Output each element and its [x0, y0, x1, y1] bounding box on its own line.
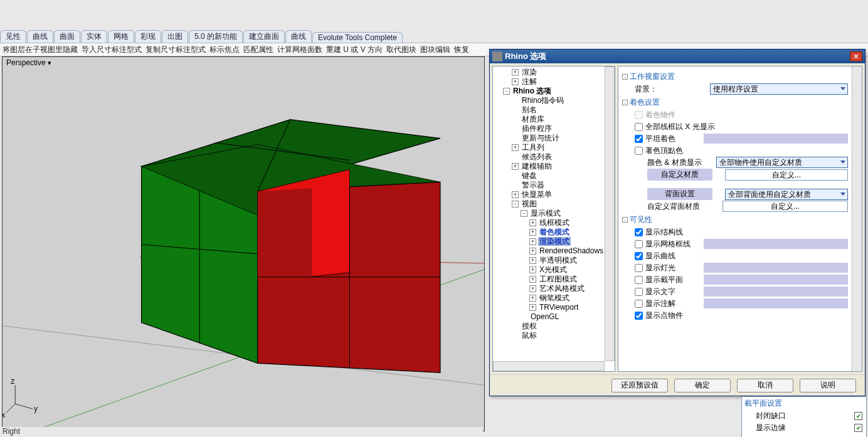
- toolbar-item[interactable]: 图块编辑: [420, 45, 450, 55]
- menu-tab[interactable]: 实体: [81, 30, 107, 43]
- toolbar-item[interactable]: 匹配属性: [243, 45, 273, 55]
- tree-item[interactable]: 显示模式: [529, 209, 562, 218]
- color-material-select[interactable]: 全部物件使用自定义材质: [716, 157, 848, 168]
- visibility-checkbox[interactable]: [635, 300, 643, 308]
- tree-hscroll[interactable]: [493, 361, 605, 371]
- vertex-color-checkbox[interactable]: [635, 147, 643, 155]
- xray-checkbox[interactable]: [635, 123, 643, 131]
- toolbar-item[interactable]: 计算网格面数: [277, 45, 322, 55]
- menu-tab[interactable]: 建立曲面: [243, 30, 285, 43]
- dialog-titlebar[interactable]: Rhino 选项 ✕: [490, 50, 865, 63]
- tree-item[interactable]: 着色模式: [538, 228, 571, 236]
- tree-twisty[interactable]: +: [529, 248, 536, 255]
- dialog-button[interactable]: 还原预设值: [611, 379, 668, 392]
- viewport-perspective[interactable]: Perspective ▾ z y x: [2, 56, 485, 431]
- close-icon[interactable]: ✕: [850, 51, 862, 61]
- toolbar-item[interactable]: 重建 U 或 V 方向: [326, 45, 383, 55]
- tree-item[interactable]: 建模辅助: [521, 162, 553, 171]
- tree-item[interactable]: 艺术风格模式: [538, 284, 586, 293]
- tree-twisty[interactable]: +: [529, 285, 536, 292]
- tree-vscroll[interactable]: [605, 66, 615, 361]
- toolbar-item[interactable]: 取代图块: [386, 45, 416, 55]
- toolbar-item[interactable]: 恢复: [454, 45, 469, 55]
- tree-item[interactable]: 视图: [521, 199, 538, 208]
- tree-item[interactable]: 渲染: [521, 68, 538, 76]
- tree-item[interactable]: 半透明模式: [538, 256, 578, 265]
- visibility-checkbox[interactable]: [635, 252, 643, 260]
- tree-twisty[interactable]: +: [512, 144, 519, 151]
- tree-item[interactable]: 线框模式: [538, 218, 571, 227]
- visibility-checkbox[interactable]: [635, 228, 643, 236]
- extra-checkbox[interactable]: ✔: [854, 412, 862, 420]
- tree-twisty[interactable]: -: [521, 210, 527, 217]
- dialog-button[interactable]: 说明: [800, 379, 856, 392]
- tree-twisty[interactable]: +: [529, 304, 536, 311]
- tree-item[interactable]: X光模式: [538, 265, 568, 274]
- tree-item[interactable]: RenderedShadows: [538, 246, 605, 255]
- tree-twisty[interactable]: +: [512, 163, 519, 170]
- tree-item[interactable]: 工具列: [521, 143, 546, 152]
- tree-twisty[interactable]: +: [529, 295, 536, 302]
- tree-item[interactable]: TRViewport: [538, 303, 580, 312]
- options-vscroll[interactable]: [852, 66, 862, 371]
- menu-tab[interactable]: Evolute Tools Complete: [312, 32, 403, 43]
- dialog-button[interactable]: 确定: [674, 379, 731, 392]
- toolbar-item[interactable]: 标示焦点: [209, 45, 240, 55]
- menu-tab[interactable]: 曲面: [54, 30, 80, 43]
- visibility-checkbox[interactable]: [635, 264, 643, 272]
- toolbar-item[interactable]: 将图层在子视图里隐藏: [3, 45, 78, 55]
- section-visibility[interactable]: -可见性: [622, 214, 848, 225]
- tree-item[interactable]: 材质库: [521, 115, 546, 124]
- visibility-checkbox[interactable]: [635, 276, 643, 284]
- background-select[interactable]: 使用程序设置: [710, 83, 848, 95]
- tree-item[interactable]: 渲染模式: [538, 237, 571, 246]
- tree-twisty[interactable]: +: [512, 78, 519, 85]
- menu-tab[interactable]: 出图: [162, 30, 188, 43]
- tree-item[interactable]: 键盘: [521, 171, 538, 180]
- section-viewport[interactable]: -工作视窗设置: [622, 71, 848, 82]
- tree-twisty[interactable]: +: [529, 219, 536, 226]
- extra-checkbox[interactable]: ✔: [854, 424, 862, 432]
- tree-item[interactable]: 鼠标: [521, 331, 538, 340]
- custom-material-button[interactable]: 自定义...: [725, 169, 848, 181]
- options-tree[interactable]: +渲染+注解-Rhino 选项Rhino指令码别名材质库插件程序更新与统计+工具…: [493, 66, 605, 361]
- tree-twisty[interactable]: +: [529, 229, 536, 236]
- custom-backface-button[interactable]: 自定义...: [722, 201, 848, 212]
- tree-twisty[interactable]: +: [512, 191, 519, 198]
- tree-item[interactable]: Rhino指令码: [521, 96, 565, 105]
- visibility-checkbox[interactable]: [635, 312, 643, 320]
- menu-tab[interactable]: 网格: [108, 30, 134, 43]
- toolbar-item[interactable]: 导入尺寸标注型式: [82, 45, 142, 55]
- section-shade[interactable]: -着色设置: [622, 97, 848, 108]
- tree-twisty[interactable]: +: [529, 266, 536, 273]
- dialog-button[interactable]: 取消: [737, 379, 793, 392]
- tree-item[interactable]: OpenGL: [529, 312, 560, 321]
- flat-shade-checkbox[interactable]: [635, 135, 643, 143]
- tree-twisty[interactable]: -: [512, 201, 519, 208]
- tree-twisty[interactable]: +: [512, 69, 519, 76]
- toolbar-item[interactable]: 复制尺寸标注型式: [146, 45, 206, 55]
- tree-item[interactable]: 别名: [521, 105, 538, 114]
- tree-item[interactable]: 工程图模式: [538, 275, 578, 283]
- tree-twisty[interactable]: +: [529, 238, 536, 245]
- tree-twisty[interactable]: -: [503, 88, 510, 95]
- menu-tab[interactable]: 彩现: [135, 30, 161, 43]
- tree-twisty[interactable]: +: [529, 276, 536, 283]
- tree-item[interactable]: 授权: [521, 322, 538, 330]
- menu-tab[interactable]: 曲线: [285, 30, 312, 43]
- menu-tab[interactable]: 曲线: [27, 30, 53, 43]
- tree-item[interactable]: 插件程序: [521, 124, 553, 133]
- tree-item[interactable]: 钢笔模式: [538, 293, 571, 302]
- tree-item[interactable]: 候选列表: [521, 152, 553, 161]
- tree-item[interactable]: Rhino 选项: [512, 87, 553, 95]
- tree-twisty[interactable]: +: [529, 257, 536, 264]
- tree-item[interactable]: 更新与统计: [521, 134, 561, 142]
- visibility-checkbox[interactable]: [635, 288, 643, 296]
- backface-select[interactable]: 全部背面使用自定义材质: [725, 189, 848, 200]
- visibility-checkbox[interactable]: [635, 240, 643, 248]
- menu-tab[interactable]: 见性: [0, 30, 26, 43]
- tree-item[interactable]: 注解: [521, 77, 538, 86]
- menu-tab[interactable]: 5.0 的新功能: [189, 30, 243, 43]
- tree-item[interactable]: 快显菜单: [521, 190, 553, 199]
- tree-item[interactable]: 警示器: [521, 181, 546, 189]
